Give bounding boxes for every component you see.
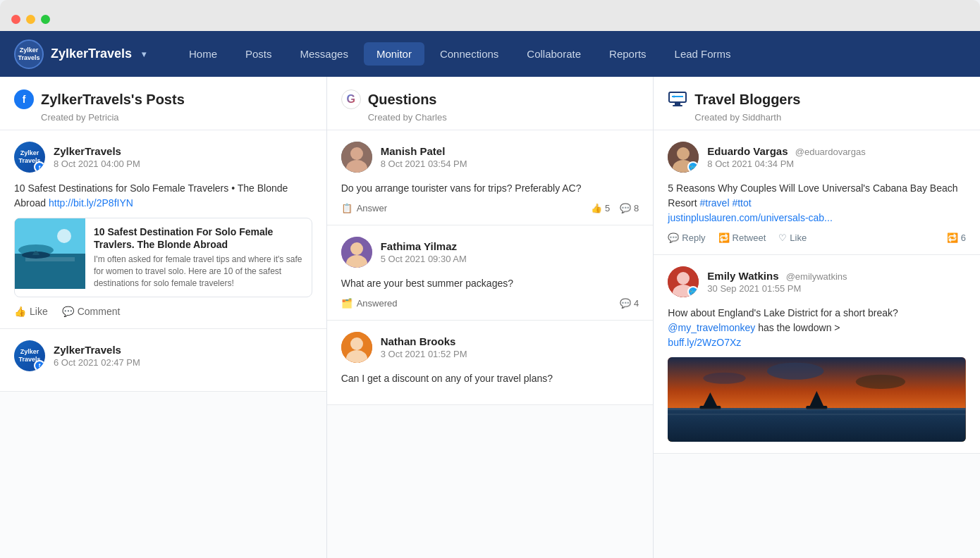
post-body-tw2: How about England's Lake District for a … (668, 306, 966, 350)
svg-point-21 (677, 147, 690, 160)
link-preview-image-1 (15, 218, 85, 289)
google-icon: G (341, 89, 361, 109)
answer-label: Answer (357, 203, 387, 213)
post-meta-tw2: Emily Watkins @emilywatkins 30 Sep 2021 … (707, 270, 966, 294)
retweet-button-tw1[interactable]: 🔁 Retweet (718, 232, 766, 243)
post-time-q3: 3 Oct 2021 01:52 PM (381, 349, 639, 359)
svg-point-3 (57, 229, 71, 243)
post-body-q2: What are your best summer packages? (341, 276, 639, 291)
main-area: f ZylkerTravels's Posts Created by Petri… (0, 77, 980, 558)
landscape-image-tw2 (668, 357, 966, 442)
avatar-manish (341, 142, 372, 173)
link-tw1[interactable]: justinpluslauren.com/universals-cab... (668, 212, 832, 223)
answer-status-q1[interactable]: 📋 Answer (341, 203, 387, 213)
reply-label: Reply (682, 232, 705, 243)
svg-point-7 (350, 147, 363, 160)
answered-icon: 🗂️ (341, 298, 353, 309)
reply-icon: 💬 (668, 232, 679, 243)
post-time-1: 8 Oct 2021 04:00 PM (54, 159, 312, 169)
avatar-nathan (341, 332, 372, 363)
nav-messages[interactable]: Messages (288, 42, 361, 66)
like-icon: 👍 (14, 306, 26, 317)
post-link-1[interactable]: http://bit.ly/2P8fIYN (49, 197, 133, 209)
facebook-col-title: ZylkerTravels's Posts (41, 92, 185, 108)
nav-posts[interactable]: Posts (233, 42, 285, 66)
post-author-q2: Fathima Yilmaz (381, 240, 639, 252)
facebook-icon: f (14, 89, 34, 109)
comment-icon: 💬 (62, 306, 74, 317)
google-col-header: G Questions Created by Charles (327, 77, 654, 130)
post-author-1: ZylkerTravels (54, 145, 312, 157)
comment-button-1[interactable]: 💬 Comment (62, 306, 121, 317)
comment-label: Comment (78, 306, 121, 317)
post-meta-q1: Manish Patel 8 Oct 2021 03:54 PM (381, 145, 639, 169)
tweet-2: 🐦 Emily Watkins @emilywatkins 30 Sep 202… (654, 255, 980, 454)
google-col-title: Questions (368, 92, 437, 108)
minimize-button[interactable] (26, 15, 35, 24)
twitter-col-subtitle: Created by Siddharth (668, 112, 966, 123)
nav-lead-forms[interactable]: Lead Forms (662, 42, 744, 66)
post-time-tw2: 30 Sep 2021 01:55 PM (707, 283, 966, 294)
answered-status-q2[interactable]: 🗂️ Answered (341, 298, 398, 309)
avatar-eduardo: 🐦 (668, 142, 699, 173)
tweet-1: 🐦 Eduardo Vargas @eduardovargas 8 Oct 20… (654, 130, 980, 255)
facebook-post-1: ZylkerTravels f ZylkerTravels 8 Oct 2021… (0, 130, 326, 329)
post-time-q2: 5 Oct 2021 09:30 AM (381, 254, 639, 264)
navbar: ZylkerTravels ZylkerTravels ▾ Home Posts… (0, 31, 980, 77)
post-meta-q3: Nathan Brooks 3 Oct 2021 01:52 PM (381, 335, 639, 359)
window-chrome (0, 0, 980, 31)
tw-actions-1: 💬 Reply 🔁 Retweet ♡ Like 🔁 6 (668, 232, 966, 243)
sea-scene (15, 218, 85, 289)
twitter-col-header: Travel Bloggers Created by Siddharth (654, 77, 980, 130)
post-body-tw1: 5 Reasons Why Couples Will Love Universa… (668, 181, 966, 225)
nav-monitor[interactable]: Monitor (364, 42, 424, 66)
nav-home[interactable]: Home (176, 42, 230, 66)
twitter-column: Travel Bloggers Created by Siddharth 🐦 (654, 77, 980, 558)
facebook-col-scroll[interactable]: ZylkerTravels f ZylkerTravels 8 Oct 2021… (0, 130, 326, 558)
svg-point-13 (350, 337, 363, 350)
tw-badge-1: 🐦 (687, 161, 699, 173)
like-button-1[interactable]: 👍 Like (14, 306, 48, 317)
like-label-tw1: Like (790, 232, 807, 243)
hashtag-tw1: #travel #ttot (699, 197, 751, 209)
like-icon-q1: 👍 (591, 203, 602, 213)
twitter-col-scroll[interactable]: 🐦 Eduardo Vargas @eduardovargas 8 Oct 20… (654, 130, 980, 558)
close-button[interactable] (11, 15, 20, 24)
nav-connections[interactable]: Connections (427, 42, 511, 66)
reply-button-tw1[interactable]: 💬 Reply (668, 232, 705, 243)
post-body-q1: Do you arrange tourister vans for trips?… (341, 181, 639, 196)
post-body-q3: Can I get a discount on any of your trav… (341, 371, 639, 386)
twitter-col-title: Travel Bloggers (694, 92, 800, 108)
mention-tw2[interactable]: @my_travelmonkey (668, 322, 755, 333)
brand[interactable]: ZylkerTravels ZylkerTravels ▾ (14, 39, 155, 69)
status-row-q1: 📋 Answer 👍 5 💬 8 (341, 203, 639, 213)
svg-point-24 (677, 272, 690, 285)
brand-chevron-icon[interactable]: ▾ (142, 49, 146, 59)
avatar-fathima (341, 237, 372, 268)
post-author-q1: Manish Patel (381, 145, 639, 157)
nav-links: Home Posts Messages Monitor Connections … (176, 42, 966, 66)
link-tw2[interactable]: buff.ly/2WzO7Xz (668, 337, 741, 348)
post-meta-2: ZylkerTravels 6 Oct 2021 02:47 PM (54, 344, 312, 368)
avatar-emily: 🐦 (668, 266, 699, 297)
like-count-q1: 👍 5 (591, 203, 610, 213)
post-actions-1: 👍 Like 💬 Comment (14, 306, 312, 317)
maximize-button[interactable] (41, 15, 50, 24)
nav-collaborate[interactable]: Collaborate (514, 42, 594, 66)
avatar-zylker-2: ZylkerTravels f (14, 340, 45, 371)
google-col-scroll[interactable]: Manish Patel 8 Oct 2021 03:54 PM Do you … (327, 130, 654, 558)
avatar-zylker-1: ZylkerTravels f (14, 142, 45, 173)
retweet-count-tw1: 🔁 6 (947, 232, 966, 243)
svg-rect-35 (668, 408, 966, 410)
retweet-icon: 🔁 (718, 232, 730, 243)
svg-point-28 (767, 363, 824, 380)
like-button-tw1[interactable]: ♡ Like (778, 232, 807, 243)
tw-badge-2: 🐦 (687, 286, 699, 297)
facebook-col-header: f ZylkerTravels's Posts Created by Petri… (0, 77, 326, 130)
question-1: Manish Patel 8 Oct 2021 03:54 PM Do you … (327, 130, 654, 225)
monitor-icon (668, 89, 687, 109)
svg-point-10 (350, 242, 363, 255)
comment-count-q1: 💬 8 (620, 203, 639, 213)
nav-reports[interactable]: Reports (596, 42, 659, 66)
svg-rect-36 (668, 414, 966, 415)
